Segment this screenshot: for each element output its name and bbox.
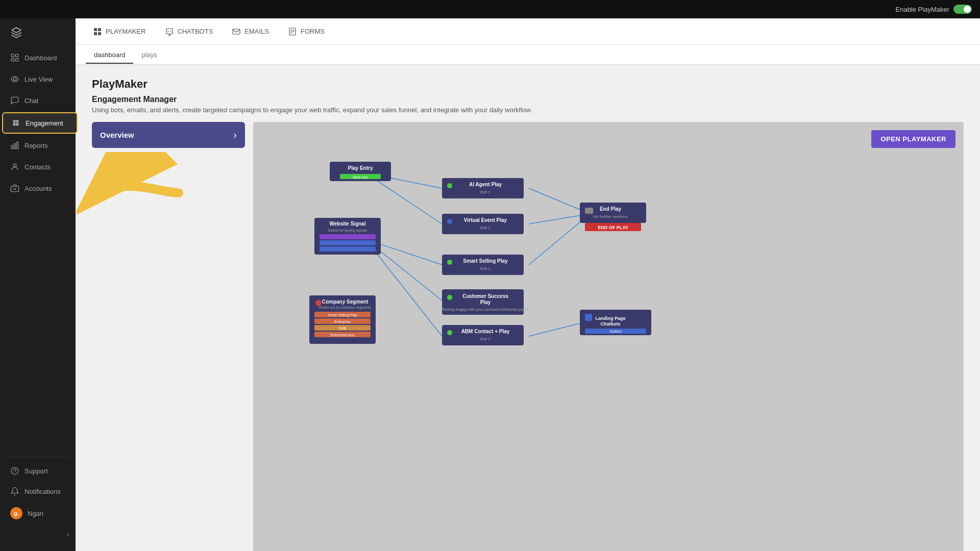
svg-text:Exit 1: Exit 1 <box>480 266 491 271</box>
tab-chatbots[interactable]: CHATBOTS <box>158 24 221 39</box>
overview-card-title: Overview <box>100 131 134 139</box>
svg-point-4 <box>13 78 16 81</box>
emails-tab-label: EMAILS <box>244 28 269 35</box>
sidebar-item-live-view[interactable]: Live View <box>2 69 78 89</box>
sidebar-item-accounts-label: Accounts <box>24 185 52 192</box>
svg-point-71 <box>447 295 452 300</box>
svg-point-63 <box>447 219 452 224</box>
svg-text:Smart Selling Play: Smart Selling Play <box>463 258 508 264</box>
svg-rect-26 <box>166 29 173 34</box>
svg-rect-15 <box>17 142 18 149</box>
chat-icon <box>10 96 19 105</box>
svg-rect-55 <box>320 234 376 239</box>
svg-point-7 <box>13 123 15 126</box>
svg-rect-58 <box>442 178 524 198</box>
sidebar-collapse-button[interactable]: ‹ <box>0 525 76 543</box>
left-panel: Overview › <box>92 122 245 551</box>
overview-card-arrow: › <box>233 129 237 141</box>
sidebar-item-live-view-label: Live View <box>24 76 53 83</box>
notifications-icon <box>10 487 19 496</box>
nav-tab-plays[interactable]: plays <box>133 47 165 64</box>
arrow-annotation <box>92 152 245 244</box>
svg-rect-14 <box>14 143 16 149</box>
sidebar-item-chat[interactable]: Chat <box>2 91 78 110</box>
sidebar-divider <box>8 457 68 457</box>
svg-text:Smart Selling Play: Smart Selling Play <box>328 313 357 317</box>
sidebar-logo[interactable] <box>0 18 76 47</box>
enable-playmaker-label: Enable PlayMaker <box>896 6 950 13</box>
svg-point-30 <box>170 31 171 32</box>
svg-text:END OF PLAY: END OF PLAY <box>598 225 628 230</box>
overview-card[interactable]: Overview › <box>92 122 245 148</box>
sidebar-item-notifications[interactable]: Notifications <box>2 482 78 501</box>
chatbots-tab-icon <box>165 28 174 36</box>
sidebar-item-contacts[interactable]: Contacts <box>2 157 78 177</box>
svg-text:Enterprise-plus: Enterprise-plus <box>330 333 355 337</box>
sidebar-item-dashboard[interactable]: Dashboard <box>2 48 78 67</box>
svg-point-59 <box>447 183 452 188</box>
svg-point-8 <box>16 123 18 126</box>
tab-forms[interactable]: FORMS <box>281 24 332 39</box>
playmaker-tab-icon <box>93 28 102 36</box>
svg-point-5 <box>13 120 15 122</box>
svg-rect-22 <box>94 28 97 31</box>
content-layout: Overview › <box>92 122 964 551</box>
reports-icon <box>10 141 19 150</box>
emails-tab-icon <box>232 28 240 36</box>
sidebar-item-engagement[interactable]: Engagement <box>2 112 78 134</box>
collapse-icon: ‹ <box>67 530 69 539</box>
enable-playmaker-row: Enable PlayMaker <box>896 0 981 18</box>
avatar: g. <box>10 507 22 519</box>
svg-rect-98 <box>585 314 592 321</box>
tab-emails[interactable]: EMAILS <box>225 24 277 39</box>
sidebar-item-chat-label: Chat <box>24 97 38 105</box>
svg-text:SMB: SMB <box>338 327 347 330</box>
svg-text:Company Segment: Company Segment <box>322 299 369 305</box>
contacts-icon <box>10 162 19 171</box>
sidebar-item-support[interactable]: Support <box>2 461 78 481</box>
sidebar-item-support-label: Support <box>24 467 48 475</box>
svg-rect-3 <box>16 59 18 61</box>
svg-text:Play: Play <box>480 299 491 305</box>
svg-text:Tactfully engage with your cus: Tactfully engage with your customers Ent… <box>442 308 529 312</box>
forms-tab-icon <box>288 28 297 36</box>
toggle-knob <box>964 6 971 13</box>
svg-text:Virtual Event Play: Virtual Event Play <box>464 217 507 223</box>
svg-text:Detect for buying signals: Detect for buying signals <box>328 229 368 233</box>
live-view-icon <box>10 74 19 84</box>
svg-text:Exit 1: Exit 1 <box>480 190 491 194</box>
svg-text:Switbot: Switbot <box>610 330 622 333</box>
sidebar-item-reports-label: Reports <box>24 142 48 149</box>
svg-text:No further sections: No further sections <box>593 214 627 219</box>
sidebar-item-reports[interactable]: Reports <box>2 136 78 155</box>
enable-playmaker-toggle[interactable] <box>953 5 972 14</box>
main-area: PLAYMAKER CHATBOTS EMAILS <box>76 18 980 551</box>
svg-rect-23 <box>98 28 101 31</box>
svg-rect-1 <box>16 54 18 57</box>
svg-point-20 <box>11 467 18 474</box>
accounts-icon <box>10 184 19 193</box>
diagram-panel: OPEN PLAYMAKER <box>253 122 964 551</box>
tab-playmaker[interactable]: PLAYMAKER <box>86 24 154 39</box>
svg-text:ABM Contact + Play: ABM Contact + Play <box>461 329 510 334</box>
dashboard-icon <box>10 53 19 62</box>
svg-text:Exit 1: Exit 1 <box>480 226 491 230</box>
svg-text:Enterprise: Enterprise <box>334 320 351 324</box>
nav-tabs: dashboard plays <box>76 45 980 65</box>
svg-rect-13 <box>11 145 13 149</box>
svg-rect-75 <box>442 325 524 345</box>
svg-text:End Play: End Play <box>600 206 622 212</box>
svg-rect-56 <box>320 240 376 245</box>
sidebar-item-user[interactable]: g. Ngan <box>2 502 78 524</box>
nav-tab-dashboard[interactable]: dashboard <box>86 47 133 64</box>
section-title: Engagement Manager <box>92 95 964 104</box>
user-name-label: Ngan <box>28 510 43 517</box>
svg-text:AI Agent Play: AI Agent Play <box>469 182 502 187</box>
forms-tab-label: FORMS <box>301 28 325 35</box>
svg-rect-66 <box>442 255 524 275</box>
sidebar-item-accounts[interactable]: Accounts <box>2 179 78 198</box>
page-title: PlayMaker <box>92 78 964 91</box>
support-icon <box>10 466 19 475</box>
sidebar-bottom: Support Notifications g. Ngan ‹ <box>0 453 76 551</box>
open-playmaker-button[interactable]: OPEN PLAYMAKER <box>871 130 955 148</box>
